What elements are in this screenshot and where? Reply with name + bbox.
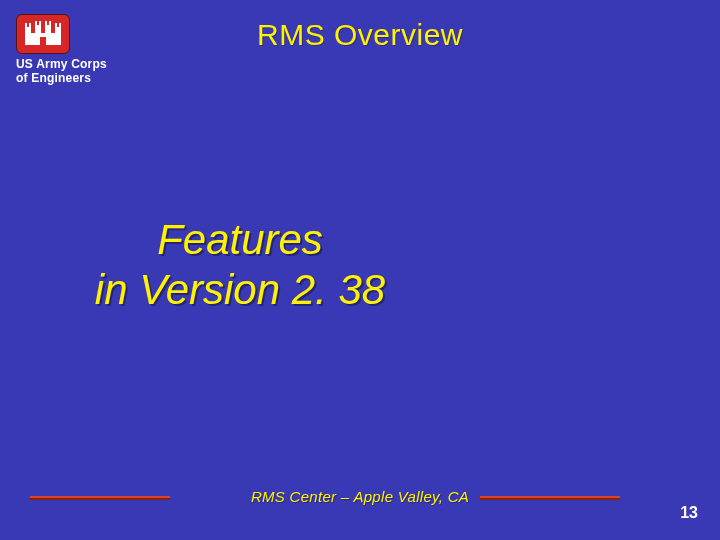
- org-name-line2: of Engineers: [16, 71, 91, 85]
- footer: RMS Center – Apple Valley, CA: [0, 494, 720, 518]
- org-name: US Army Corps of Engineers: [16, 58, 136, 86]
- main-heading: Features in Version 2. 38: [0, 215, 720, 316]
- footer-rule-right: [480, 496, 620, 500]
- slide-title: RMS Overview: [0, 18, 720, 52]
- org-name-line1: US Army Corps: [16, 57, 107, 71]
- main-heading-line2: in Version 2. 38: [95, 266, 385, 313]
- main-heading-line1: Features: [157, 216, 323, 263]
- page-number: 13: [680, 504, 698, 522]
